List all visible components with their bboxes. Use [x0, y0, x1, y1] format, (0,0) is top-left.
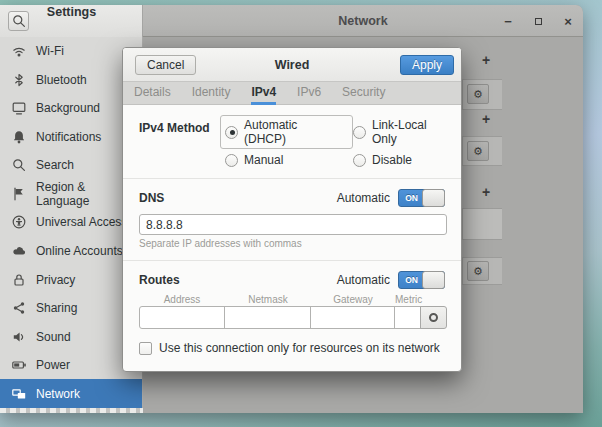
- route-remove-button[interactable]: [420, 306, 447, 329]
- tab-details[interactable]: Details: [134, 82, 171, 105]
- radio-link-local-only[interactable]: Link-Local Only: [353, 118, 445, 146]
- sidebar-item-label: Search: [36, 158, 74, 172]
- radio-label: Automatic (DHCP): [244, 118, 342, 146]
- routes-automatic-switch[interactable]: ON: [398, 271, 445, 289]
- checkbox-icon[interactable]: [139, 342, 152, 355]
- sidebar-item-label: Wi-Fi: [36, 44, 64, 58]
- sidebar-item-label: Online Accounts: [36, 244, 123, 258]
- dns-automatic-switch[interactable]: ON: [398, 189, 445, 207]
- separator: [123, 260, 461, 261]
- battery-icon: [11, 357, 27, 373]
- connection-row: [462, 208, 502, 240]
- ipv4-method-options: Automatic (DHCP) Link-Local Only Manual …: [225, 118, 445, 167]
- separator: [123, 178, 461, 179]
- tab-ipv6[interactable]: IPv6: [297, 82, 321, 105]
- close-icon[interactable]: ×: [561, 14, 575, 28]
- checkbox-label: Use this connection only for resources o…: [159, 341, 440, 355]
- magnifier-icon: [11, 157, 27, 173]
- tab-security[interactable]: Security: [342, 82, 385, 105]
- sidebar-item-background[interactable]: Background: [0, 94, 142, 123]
- cloud-icon: [11, 243, 27, 259]
- desktop: Settings Network − × Wi-Fi Bluetooth Bac…: [0, 0, 602, 427]
- tab-ipv4[interactable]: IPv4: [251, 82, 276, 105]
- sidebar-item-power[interactable]: Power: [0, 351, 142, 380]
- dns-section: DNS Automatic ON Separate IP addresses w…: [139, 189, 445, 249]
- sidebar-item-label: Sound: [36, 330, 71, 344]
- radio-label: Link-Local Only: [372, 118, 445, 146]
- gear-icon[interactable]: ⚙: [467, 84, 489, 104]
- maximize-square: [535, 18, 542, 25]
- routes-column-headers: Address Netmask Gateway Metric: [139, 294, 445, 305]
- minimize-icon[interactable]: −: [501, 14, 515, 28]
- wifi-icon: [11, 43, 27, 59]
- route-metric-input[interactable]: [394, 306, 421, 329]
- add-connection-button[interactable]: +: [479, 53, 493, 67]
- add-connection-button[interactable]: +: [479, 112, 493, 126]
- sidebar-item-privacy[interactable]: Privacy: [0, 265, 142, 294]
- switch-knob[interactable]: [422, 271, 445, 289]
- add-connection-button[interactable]: +: [479, 185, 493, 199]
- search-button[interactable]: [8, 11, 29, 31]
- gear-icon[interactable]: ⚙: [467, 261, 489, 281]
- apply-button[interactable]: Apply: [400, 55, 454, 75]
- sidebar-item-region-language[interactable]: Region & Language: [0, 180, 142, 209]
- sidebar-item-wifi[interactable]: Wi-Fi: [0, 37, 142, 66]
- speaker-icon: [11, 329, 27, 345]
- dns-automatic-label: Automatic: [337, 191, 390, 205]
- radio-disable[interactable]: Disable: [353, 153, 445, 167]
- sidebar-item-online-accounts[interactable]: Online Accounts: [0, 237, 142, 266]
- route-netmask-input[interactable]: [224, 306, 311, 329]
- dns-header: DNS Automatic ON: [139, 189, 445, 207]
- flag-icon: [11, 186, 27, 202]
- sidebar-item-search[interactable]: Search: [0, 151, 142, 180]
- sidebar-item-universal-access[interactable]: Universal Access: [0, 208, 142, 237]
- sidebar-item-sharing[interactable]: Sharing: [0, 294, 142, 323]
- titlebar: Settings Network − ×: [0, 5, 583, 37]
- route-address-input[interactable]: [139, 306, 225, 329]
- sidebar-overflow-indicator: [0, 408, 143, 413]
- tab-identity[interactable]: Identity: [192, 82, 231, 105]
- sidebar-item-sound[interactable]: Sound: [0, 322, 142, 351]
- sidebar-item-label: Power: [36, 358, 70, 372]
- dialog-tabbar: Details Identity IPv4 IPv6 Security: [123, 82, 461, 105]
- share-icon: [11, 300, 27, 316]
- radio-label: Disable: [372, 153, 412, 167]
- wired-dialog: Wired Cancel Apply Details Identity IPv4…: [122, 47, 462, 372]
- radio-icon[interactable]: [225, 154, 238, 167]
- column-header-metric: Metric: [395, 294, 421, 305]
- route-gateway-input[interactable]: [310, 306, 395, 329]
- column-header-spacer: [421, 294, 447, 305]
- column-header-address: Address: [139, 294, 225, 305]
- dns-helper-text: Separate IP addresses with commas: [139, 238, 445, 249]
- maximize-icon[interactable]: [531, 14, 545, 28]
- bluetooth-icon: [11, 72, 27, 88]
- sidebar-item-network[interactable]: Network: [0, 379, 142, 408]
- routes-header: Routes Automatic ON: [139, 271, 445, 289]
- sidebar-item-notifications[interactable]: Notifications: [0, 123, 142, 152]
- cancel-button[interactable]: Cancel: [135, 55, 196, 75]
- switch-on-label: ON: [399, 272, 424, 288]
- dialog-header: Wired Cancel Apply: [123, 48, 461, 82]
- radio-automatic-dhcp[interactable]: Automatic (DHCP): [225, 118, 353, 146]
- sidebar-item-bluetooth[interactable]: Bluetooth: [0, 66, 142, 95]
- radio-icon[interactable]: [353, 154, 366, 167]
- sidebar-item-label: Universal Access: [36, 215, 127, 229]
- radio-icon[interactable]: [353, 126, 366, 139]
- column-header-netmask: Netmask: [225, 294, 311, 305]
- restrict-connection-option[interactable]: Use this connection only for resources o…: [139, 341, 445, 355]
- switch-knob[interactable]: [422, 189, 445, 207]
- radio-label: Manual: [244, 153, 283, 167]
- sidebar-item-label: Network: [36, 387, 80, 401]
- lock-icon: [11, 272, 27, 288]
- gear-icon[interactable]: ⚙: [467, 141, 489, 161]
- radio-icon[interactable]: [225, 126, 238, 139]
- dns-input[interactable]: [139, 214, 447, 235]
- focus-frame: Automatic (DHCP): [220, 115, 353, 149]
- radio-manual[interactable]: Manual: [225, 153, 353, 167]
- sidebar-item-label: Background: [36, 101, 100, 115]
- bell-icon: [11, 129, 27, 145]
- sidebar-item-label: Sharing: [36, 301, 77, 315]
- search-icon: [11, 13, 27, 29]
- routes-automatic-label: Automatic: [337, 273, 390, 287]
- circle-remove-icon: [429, 313, 438, 322]
